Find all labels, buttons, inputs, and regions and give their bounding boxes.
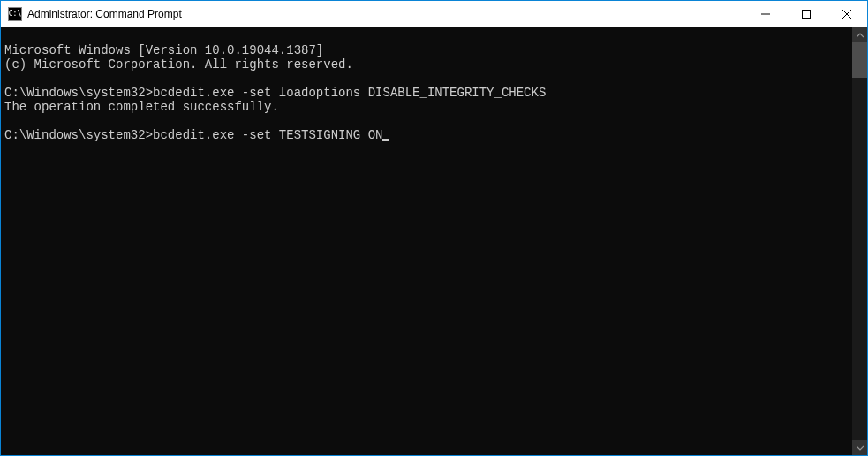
maximize-button[interactable]: [786, 1, 826, 27]
scroll-up-button[interactable]: [852, 27, 867, 42]
window-controls: [745, 1, 867, 27]
terminal[interactable]: Microsoft Windows [Version 10.0.19044.13…: [1, 27, 852, 455]
prompt: C:\Windows\system32>: [4, 128, 153, 142]
command-text: bcdedit.exe -set TESTSIGNING ON: [153, 128, 382, 142]
chevron-down-icon: [857, 445, 864, 452]
terminal-area: Microsoft Windows [Version 10.0.19044.13…: [1, 27, 867, 455]
chevron-up-icon: [857, 32, 864, 39]
svg-rect-0: [803, 10, 811, 18]
minimize-icon: [761, 10, 770, 19]
output-line: (c) Microsoft Corporation. All rights re…: [4, 57, 353, 72]
window-title: Administrator: Command Prompt: [27, 8, 745, 20]
command-text: bcdedit.exe -set loadoptions DISABLE_INT…: [153, 86, 546, 100]
command-line: C:\Windows\system32>bcdedit.exe -set loa…: [4, 86, 546, 100]
output-line: Microsoft Windows [Version 10.0.19044.13…: [4, 43, 323, 57]
close-button[interactable]: [826, 1, 867, 27]
close-icon: [842, 10, 851, 19]
command-line: C:\Windows\system32>bcdedit.exe -set TES…: [4, 128, 389, 142]
vertical-scrollbar[interactable]: [852, 27, 867, 455]
scroll-down-button[interactable]: [852, 440, 867, 455]
command-prompt-window: C:\ Administrator: Command Prompt Micros…: [0, 0, 868, 456]
scroll-thumb[interactable]: [852, 42, 867, 78]
minimize-button[interactable]: [745, 1, 786, 27]
prompt: C:\Windows\system32>: [4, 86, 153, 100]
maximize-icon: [802, 10, 811, 19]
titlebar[interactable]: C:\ Administrator: Command Prompt: [1, 1, 867, 27]
scroll-track[interactable]: [852, 42, 867, 440]
cursor: [382, 139, 389, 141]
output-line: The operation completed successfully.: [4, 100, 279, 114]
cmd-icon: C:\: [8, 7, 22, 21]
